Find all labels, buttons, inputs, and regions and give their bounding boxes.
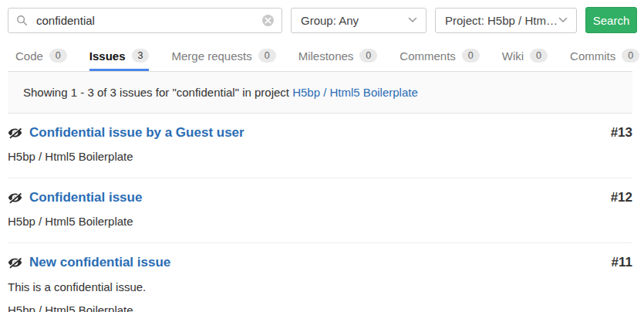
issue-title-text: New confidential issue — [29, 254, 170, 270]
result-head: Confidential issue by a Guest user #13 — [8, 124, 632, 141]
project-filter-dropdown[interactable]: Project: H5bp / Html5 ... — [435, 8, 577, 33]
tab-label: Milestones — [298, 49, 354, 63]
chevron-down-icon — [558, 17, 568, 23]
tab-count-badge: 0 — [622, 49, 639, 63]
tab-comments[interactable]: Comments 0 — [400, 42, 479, 71]
issue-title-link[interactable]: Confidential issue by a Guest user — [8, 124, 244, 141]
issue-result-row: Confidential issue by a Guest user #13 H… — [8, 114, 632, 178]
tab-label: Wiki — [502, 49, 524, 63]
tab-count-badge: 0 — [530, 49, 548, 63]
group-filter-dropdown[interactable]: Group: Any — [291, 8, 427, 33]
issue-project-name: H5bp / Html5 Boilerplate — [8, 304, 632, 312]
issue-title-link[interactable]: New confidential issue — [8, 254, 170, 270]
tab-wiki[interactable]: Wiki 0 — [502, 42, 548, 71]
tab-code[interactable]: Code 0 — [15, 42, 67, 71]
issue-project-name: H5bp / Html5 Boilerplate — [8, 150, 632, 164]
tab-label: Comments — [400, 49, 456, 63]
results-summary-banner: Showing 1 - 3 of 3 issues for "confident… — [8, 72, 632, 114]
tab-merge-requests[interactable]: Merge requests 0 — [171, 42, 275, 71]
tab-commits[interactable]: Commits 0 — [570, 42, 639, 71]
search-input[interactable] — [35, 13, 262, 28]
chevron-down-icon — [408, 17, 417, 23]
project-filter-value: Project: H5bp / Html5 ... — [445, 14, 558, 27]
tab-milestones[interactable]: Milestones 0 — [298, 42, 378, 71]
tab-count-badge: 0 — [258, 49, 276, 63]
eye-slash-icon — [8, 127, 22, 139]
tab-issues[interactable]: Issues 3 — [89, 42, 150, 71]
issue-number: #13 — [611, 125, 632, 141]
tab-count-badge: 0 — [49, 49, 67, 63]
tab-label: Issues — [89, 49, 126, 63]
tab-count-badge: 3 — [132, 49, 150, 63]
tab-count-badge: 0 — [359, 49, 377, 63]
issue-number: #12 — [611, 190, 632, 205]
issue-project-name: H5bp / Html5 Boilerplate — [8, 215, 632, 229]
search-scope-tabs: Code 0 Issues 3 Merge requests 0 Milesto… — [8, 42, 632, 72]
group-filter-value: Group: Any — [301, 14, 359, 27]
magnifier-icon — [16, 15, 28, 26]
issue-description: This is a confidential issue. — [8, 280, 632, 294]
result-head: New confidential issue #11 — [8, 254, 632, 270]
clear-search-icon[interactable] — [262, 15, 274, 26]
results-summary-text: Showing 1 - 3 of 3 issues for "confident… — [23, 86, 289, 99]
issue-title-text: Confidential issue — [29, 189, 142, 205]
issue-result-row: New confidential issue #11 This is a con… — [8, 243, 632, 312]
summary-project-link[interactable]: H5bp / Html5 Boilerplate — [292, 86, 418, 99]
search-input-wrap[interactable] — [8, 8, 282, 33]
issue-number: #11 — [612, 255, 632, 270]
tab-label: Commits — [570, 49, 615, 63]
eye-slash-icon — [8, 192, 22, 204]
eye-slash-icon — [8, 256, 22, 269]
tab-label: Merge requests — [171, 49, 251, 63]
tab-count-badge: 0 — [462, 49, 480, 63]
search-results-list: Confidential issue by a Guest user #13 H… — [8, 114, 632, 312]
result-head: Confidential issue #12 — [8, 189, 632, 205]
search-bar: Group: Any Project: H5bp / Html5 ... Sea… — [0, 0, 644, 40]
issue-result-row: Confidential issue #12 H5bp / Html5 Boil… — [8, 178, 632, 243]
issue-title-link[interactable]: Confidential issue — [8, 189, 142, 205]
issue-title-text: Confidential issue by a Guest user — [29, 124, 244, 141]
search-button[interactable]: Search — [585, 7, 637, 33]
tab-label: Code — [15, 49, 43, 63]
